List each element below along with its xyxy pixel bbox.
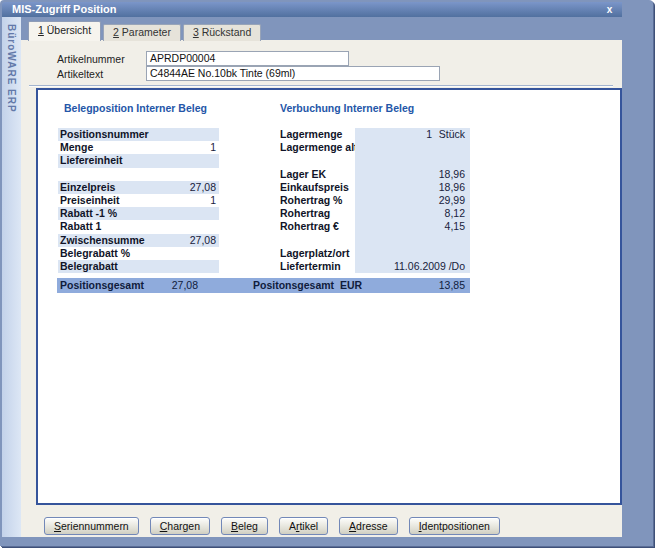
table-row-blank <box>58 168 219 181</box>
right-section-title: Verbuchung Interner Beleg <box>280 102 414 114</box>
row-value-lagermenge-altern <box>355 141 470 154</box>
row-value <box>216 220 219 233</box>
artikelnummer-input[interactable]: APRDP00004 <box>146 51 349 66</box>
divider <box>29 85 613 87</box>
tab-label: Parameter <box>119 26 171 38</box>
seriennummern-button[interactable]: Seriennummern <box>44 517 139 535</box>
row-value <box>355 141 470 154</box>
tab-bar: 1 Übersicht2 Parameter3 Rückstand <box>28 22 261 41</box>
window-title: MIS-Zugriff Position <box>12 3 116 15</box>
row-value: 18,96 <box>355 181 470 194</box>
left-section-title: Belegposition Interner Beleg <box>64 102 207 114</box>
row-value-lagerplatz-ort <box>355 247 470 260</box>
row-value: 27,08 <box>190 181 219 194</box>
tab-rückstand[interactable]: 3 Rückstand <box>183 24 261 41</box>
row-label: Belegrabatt % <box>58 247 216 260</box>
table-row-rabatt-1: Rabatt -1 % <box>58 207 219 220</box>
artikeltext-label: Artikeltext <box>57 68 103 80</box>
dialog-window: MIS-Zugriff Position x BüroWARE ERP 1 Üb… <box>0 0 653 546</box>
chargen-button[interactable]: Chargen <box>150 517 210 535</box>
row-value-blank <box>355 154 470 167</box>
table-row-positionsnummer: Positionsnummer <box>58 128 219 141</box>
table-row-liefereinheit: Liefereinheit <box>58 154 219 167</box>
row-label: Rabatt -1 % <box>58 207 216 220</box>
row-value-rohertrag: 4,15 <box>355 220 470 233</box>
overview-panel: Belegposition Interner Beleg Verbuchung … <box>36 88 622 505</box>
tab-parameter[interactable]: 2 Parameter <box>103 24 181 41</box>
row-value: 1 <box>210 141 219 154</box>
total-left-label: Positionsgesamt <box>60 278 144 293</box>
button-text: A <box>289 520 296 532</box>
artikeltext-input[interactable]: C4844AE No.10bk Tinte (69ml) <box>146 66 440 81</box>
row-value-einkaufspreis: 18,96 <box>355 181 470 194</box>
artikel-button[interactable]: Artikel <box>279 517 328 535</box>
total-left-value: 27,08 <box>172 278 198 293</box>
row-value-lagermenge: 1Stück <box>355 128 470 141</box>
button-text: tikel <box>299 520 318 532</box>
brand-vertical-label: BüroWARE ERP <box>2 17 17 113</box>
table-row-belegrabatt: Belegrabatt % <box>58 247 219 260</box>
row-value: 1 <box>210 194 219 207</box>
row-value: 4,15 <box>355 220 470 233</box>
left-rows: PositionsnummerMenge1LiefereinheitEinzel… <box>58 128 219 273</box>
row-value: 11.06.2009 /Do <box>355 260 470 273</box>
button-mnemonic: B <box>231 520 238 532</box>
table-row-zwischensumme: Zwischensumme27,08 <box>58 234 219 247</box>
row-label: Einzelpreis <box>58 181 190 194</box>
row-label: Liefereinheit <box>58 154 216 167</box>
button-mnemonic: S <box>54 520 61 532</box>
button-text: dentpositionen <box>422 520 490 532</box>
identpositionen-button[interactable]: Identpositionen <box>409 517 500 535</box>
row-value-rohertrag: 29,99 <box>355 194 470 207</box>
row-value <box>216 260 219 273</box>
row-label: Zwischensumme <box>58 234 190 247</box>
artikelnummer-label: Artikelnummer <box>57 53 125 65</box>
row-value: 29,99 <box>355 194 470 207</box>
left-frame-strip: BüroWARE ERP <box>2 17 21 537</box>
tab-label: Übersicht <box>44 24 91 36</box>
row-value <box>216 247 219 260</box>
row-label: Preiseinheit <box>58 194 210 207</box>
button-text: eriennummern <box>61 520 129 532</box>
row-value-rohertrag: 8,12 <box>355 207 470 220</box>
dialog-content: Artikelnummer APRDP00004 Artikeltext C48… <box>21 40 622 537</box>
totals-band: Positionsgesamt 27,08 Positonsgesamt EUR… <box>57 278 470 293</box>
title-bar: MIS-Zugriff Position x <box>2 2 622 17</box>
row-value: 1 <box>355 128 432 141</box>
row-label: Menge <box>58 141 210 154</box>
row-value-lager-ek: 18,96 <box>355 168 470 181</box>
row-value: 27,08 <box>190 234 219 247</box>
button-text: eleg <box>238 520 258 532</box>
row-value <box>216 154 219 167</box>
row-value <box>216 207 219 220</box>
row-value <box>355 247 470 260</box>
row-label: Positionsnummer <box>58 128 216 141</box>
table-row-belegrabatt: Belegrabatt <box>58 260 219 273</box>
row-value-blank <box>355 234 470 247</box>
button-text: dresse <box>356 520 388 532</box>
button-text: hargen <box>167 520 200 532</box>
row-value: 8,12 <box>355 207 470 220</box>
row-value: 18,96 <box>355 168 470 181</box>
footer-button-bar: SeriennummernChargenBelegArtikelAdresseI… <box>44 517 500 535</box>
close-icon[interactable]: x <box>603 3 616 16</box>
table-row-einzelpreis: Einzelpreis27,08 <box>58 181 219 194</box>
table-row-rabatt-1: Rabatt 1 <box>58 220 219 233</box>
row-unit: Stück <box>432 128 470 141</box>
table-row-preiseinheit: Preiseinheit1 <box>58 194 219 207</box>
tab-label: Rückstand <box>199 26 252 38</box>
row-value <box>216 128 219 141</box>
beleg-button[interactable]: Beleg <box>221 517 268 535</box>
row-label: Rabatt 1 <box>58 220 216 233</box>
tab-übersicht[interactable]: 1 Übersicht <box>28 21 101 41</box>
row-value-liefertermin: 11.06.2009 /Do <box>355 260 470 273</box>
right-value-band: 1Stück18,9618,9629,998,124,1511.06.2009 … <box>355 128 470 273</box>
table-row-menge: Menge1 <box>58 141 219 154</box>
total-right-label: Positonsgesamt EUR <box>253 278 362 293</box>
row-label: Belegrabatt <box>58 260 216 273</box>
adresse-button[interactable]: Adresse <box>339 517 398 535</box>
total-right-value: 13,85 <box>439 278 465 293</box>
